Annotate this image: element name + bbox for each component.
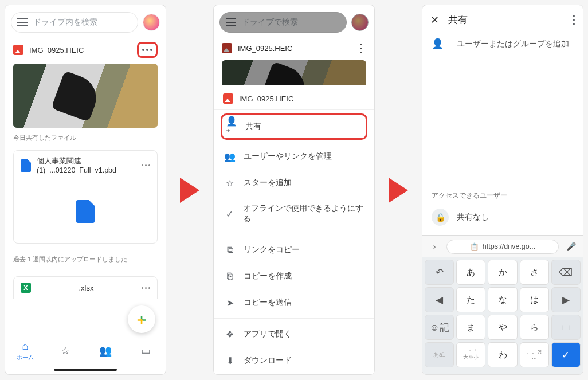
header: ドライブ内を検索 [5, 5, 166, 36]
key-enter[interactable]: ✓ [551, 342, 581, 367]
star-icon: ☆ [61, 344, 70, 357]
card-more-button[interactable] [142, 164, 150, 166]
copy-icon: ⎘ [224, 271, 236, 282]
keyboard: › 📋 https://drive.go... 🎤 ↶ あ か さ ⌫ ◀ た … [422, 235, 583, 374]
nav-shared[interactable]: 👥 [85, 335, 126, 366]
key-ya[interactable]: や [488, 315, 517, 340]
key-undo[interactable]: ↶ [425, 260, 454, 285]
screen-context-menu: ドライブで検索 IMG_0925.HEIC ⋮ IMG_0925.HEIC 👤⁺… [213, 5, 375, 375]
key-input-mode[interactable]: あa1 [425, 342, 454, 367]
key-ma[interactable]: ま [456, 315, 485, 340]
card-title: 個人事業関連(1)_...01220_Full_v1.pbd [37, 156, 136, 174]
star-icon: ☆ [224, 177, 236, 189]
arrow-icon [180, 178, 199, 203]
arrow-icon [389, 178, 408, 203]
key-backspace[interactable]: ⌫ [551, 260, 581, 285]
key-ra[interactable]: ら [520, 315, 549, 340]
close-button[interactable]: ✕ [430, 14, 439, 26]
nav-files[interactable]: ▭ [126, 335, 166, 366]
file-thumbnail[interactable] [13, 64, 158, 128]
search-bar-dimmed: ドライブで検索 [219, 12, 347, 33]
mic-icon[interactable]: 🎤 [563, 239, 578, 254]
clipboard-icon: 📋 [470, 242, 479, 251]
image-icon [223, 93, 233, 104]
key-na[interactable]: な [488, 287, 517, 312]
sheet-title: IMG_0925.HEIC [239, 95, 293, 103]
more-button[interactable] [573, 15, 575, 25]
screen-share-dialog: ✕ 共有 👤⁺ ユーザーまたはグループを追加 アクセスできるユーザー 🔒 共有な… [422, 5, 583, 375]
key-dash[interactable]: ⌴ [551, 315, 581, 340]
menu-manage-access[interactable]: 👥 ユーザーやリンクを管理 [214, 143, 374, 170]
file-name: IMG_0925.HEIC [29, 46, 131, 54]
key-a[interactable]: あ [456, 260, 485, 285]
access-label: アクセスできるユーザー [422, 185, 583, 203]
chevron-right-icon[interactable]: › [427, 239, 442, 254]
menu-make-copy[interactable]: ⎘ コピーを作成 [214, 263, 374, 289]
key-left[interactable]: ◀ [425, 287, 454, 312]
share-title: 共有 [448, 13, 563, 26]
bottom-sheet: IMG_0925.HEIC 👤⁺ 共有 👥 ユーザーやリンクを管理 ☆ スターを… [214, 85, 374, 374]
menu-add-star[interactable]: ☆ スターを追加 [214, 170, 374, 196]
key-right[interactable]: ▶ [551, 287, 581, 312]
search-bar[interactable]: ドライブ内を検索 [11, 12, 138, 33]
send-icon: ➤ [224, 297, 236, 308]
home-indicator [54, 369, 117, 371]
menu-open-with[interactable]: ❖ アプリで開く [214, 321, 374, 347]
search-placeholder: ドライブ内を検索 [33, 17, 97, 28]
file-card[interactable]: 個人事業関連(1)_...01220_Full_v1.pbd [13, 150, 158, 244]
link-icon: ⧉ [224, 244, 236, 256]
document-icon [76, 200, 95, 223]
key-punctuation[interactable]: 、。?!… [520, 342, 549, 367]
menu-rename[interactable]: ✎ 名前を変更 [214, 374, 374, 374]
share-header: ✕ 共有 [422, 5, 583, 32]
file-row[interactable]: IMG_0925.HEIC [5, 36, 166, 64]
menu-share[interactable]: 👤⁺ 共有 [221, 113, 367, 140]
screen-drive-home: ドライブ内を検索 IMG_0925.HEIC 今日共有したファイル 個人事業関連… [5, 5, 166, 375]
no-share-row: 🔒 共有なし [422, 203, 583, 235]
people-icon: 👥 [224, 151, 236, 162]
card-preview [14, 180, 157, 243]
nav-home[interactable]: ⌂ホーム [5, 335, 45, 366]
section-uploaded: 過去 1 週間以内にアップロードしました [5, 249, 166, 272]
menu-download[interactable]: ⬇ ダウンロード [214, 347, 374, 374]
menu-offline[interactable]: ✓ オフラインで使用できるようにする [214, 196, 374, 232]
xlsx-file-row[interactable]: X .xlsx [13, 276, 158, 299]
more-button[interactable] [137, 42, 158, 58]
offline-icon: ✓ [224, 208, 235, 220]
bottom-nav: ⌂ホーム ☆ 👥 ▭ [5, 335, 166, 366]
key-sa[interactable]: さ [520, 260, 549, 285]
file-icon [21, 159, 31, 172]
keyboard-suggestion-bar: › 📋 https://drive.go... 🎤 [422, 236, 583, 257]
key-ha[interactable]: は [520, 287, 549, 312]
apps-icon: ❖ [224, 328, 236, 340]
section-shared-today: 今日共有したファイル [5, 128, 166, 150]
person-add-icon: 👤⁺ [432, 38, 449, 50]
keyboard-rows: ↶ あ か さ ⌫ ◀ た な は ▶ ☺記 ま や ら ⌴ あa1 [422, 257, 583, 374]
menu-send-copy[interactable]: ➤ コピーを送信 [214, 289, 374, 316]
key-ta[interactable]: た [456, 287, 485, 312]
lock-icon: 🔒 [432, 209, 449, 226]
folder-icon: ▭ [141, 344, 151, 357]
home-icon: ⌂ [22, 340, 29, 352]
key-wa[interactable]: わ [488, 342, 517, 367]
nav-starred[interactable]: ☆ [45, 335, 85, 366]
menu-icon[interactable] [17, 18, 28, 26]
clipboard-suggestion[interactable]: 📋 https://drive.go... [446, 240, 559, 254]
menu-copy-link[interactable]: ⧉ リンクをコピー [214, 237, 374, 263]
download-icon: ⬇ [224, 355, 236, 366]
avatar[interactable] [143, 14, 160, 31]
menu-icon [226, 18, 236, 26]
fab-new[interactable]: ＋ [128, 305, 155, 333]
sheet-header: IMG_0925.HEIC [214, 85, 374, 110]
key-size-toggle[interactable]: ゛゜大⇔小 [456, 342, 485, 367]
image-icon [222, 43, 232, 53]
key-ka[interactable]: か [488, 260, 517, 285]
person-add-icon: 👤⁺ [226, 121, 237, 132]
xlsx-name: .xlsx [37, 284, 136, 292]
xlsx-more-button[interactable] [142, 287, 150, 289]
image-icon [13, 45, 23, 55]
xlsx-icon: X [21, 283, 31, 293]
add-people-row[interactable]: 👤⁺ ユーザーまたはグループを追加 [422, 32, 583, 58]
key-emoji[interactable]: ☺記 [425, 315, 454, 340]
card-header: 個人事業関連(1)_...01220_Full_v1.pbd [14, 151, 157, 180]
